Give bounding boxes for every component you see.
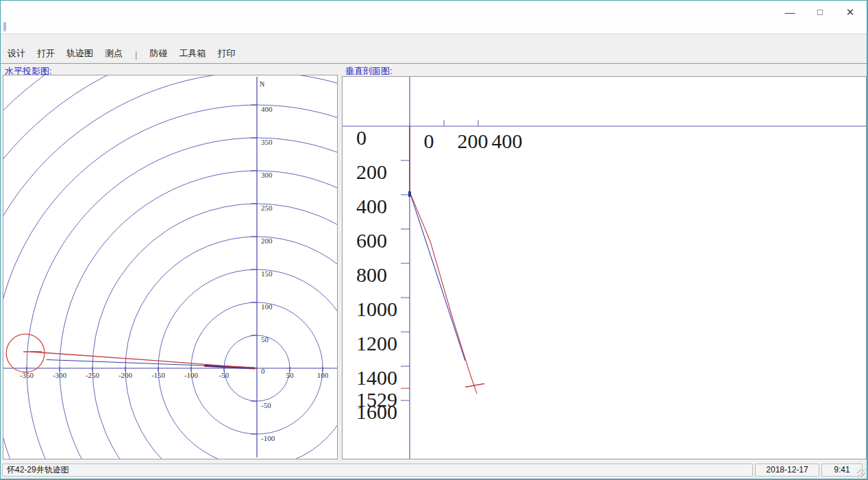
x-tick-label: -250 [86, 371, 100, 379]
app-icon [3, 22, 6, 32]
minimize-button[interactable]: — [775, 2, 805, 23]
y-tick-label: 300 [261, 171, 273, 179]
menu-item-1[interactable]: 打开 [37, 47, 55, 60]
range-circle-400 [3, 105, 337, 459]
y-tick-label: 350 [261, 138, 273, 146]
menu-separator: | [134, 49, 138, 60]
menu-item-5[interactable]: 防碰 [149, 47, 167, 60]
depth-label: 200 [356, 160, 387, 183]
x-tick-label: -200 [119, 371, 133, 379]
menu-item-2[interactable]: 轨迹图 [66, 47, 93, 60]
range-circle-250 [92, 204, 337, 459]
north-axis-label: N [260, 80, 264, 88]
vertical-section-plot[interactable]: 0200400020040060080010001200140016001529 [342, 76, 867, 459]
range-circle-450 [3, 75, 337, 459]
actual-path-vertical [410, 126, 477, 394]
horizontal-projection-canvas[interactable]: N-100-5050100150200250300350400-400-350-… [3, 75, 337, 459]
x-tick-label: 100 [317, 371, 329, 379]
resize-grip[interactable] [857, 469, 865, 477]
close-button[interactable]: ✕ [835, 2, 865, 23]
status-bar: 怀42-29井轨迹图 2018-12-17 9:41 [1, 462, 867, 479]
depth-label: 800 [356, 263, 387, 286]
status-well-title: 怀42-29井轨迹图 [2, 464, 753, 477]
offset-label: 400 [492, 130, 523, 152]
title-bar: — □ ✕ [1, 1, 867, 34]
x-tick-label: -50 [219, 371, 230, 379]
x-tick-label: -150 [151, 371, 166, 379]
menu-item-3[interactable]: 测点 [105, 47, 123, 60]
range-circle-150 [158, 269, 337, 459]
menu-bar: 设计打开轨迹图测点|防碰工具箱打印 [1, 34, 867, 63]
range-circle-350 [27, 138, 337, 459]
status-date: 2018-12-17 [755, 464, 819, 477]
horizontal-projection-plot[interactable]: N-100-5050100150200250300350400-400-350-… [3, 75, 338, 459]
menu-item-7[interactable]: 打印 [217, 47, 235, 60]
depth-label: 0 [356, 126, 367, 149]
depth-label: 1200 [356, 332, 397, 355]
maximize-button[interactable]: □ [805, 2, 835, 23]
menu-item-0[interactable]: 设计 [8, 47, 25, 60]
y-tick-label: 400 [261, 105, 273, 113]
y-tick-label: -100 [261, 434, 275, 442]
offset-label: 200 [458, 130, 488, 152]
origin-label: 0 [261, 367, 265, 375]
depth-label: 1400 [356, 366, 397, 389]
app-window: — □ ✕ 设计打开轨迹图测点|防碰工具箱打印 水平投影图: 垂直剖面图: N-… [0, 0, 868, 480]
depth-label: 1000 [356, 298, 397, 320]
y-tick-label: 100 [261, 302, 273, 311]
y-tick-label: 150 [261, 269, 273, 278]
y-tick-label: -50 [261, 401, 271, 409]
vertical-section-canvas[interactable]: 0200400020040060080010001200140016001529 [343, 77, 866, 459]
depth-label: 600 [356, 229, 387, 252]
actual-path-horizontal [31, 352, 257, 368]
offset-label: 0 [424, 130, 434, 152]
y-tick-label: 50 [261, 335, 269, 344]
td-depth-label: 1529 [356, 388, 397, 411]
menu-item-6[interactable]: 工具箱 [179, 47, 206, 60]
y-tick-label: 200 [261, 237, 273, 245]
range-circle-500 [3, 75, 337, 459]
y-tick-label: 250 [261, 204, 273, 212]
x-tick-label: -100 [184, 371, 199, 379]
target-circle [6, 334, 45, 372]
status-time: 9:41 [821, 464, 863, 477]
workspace: 水平投影图: 垂直剖面图: N-100-50501001502002503003… [1, 63, 867, 462]
design-path-vertical [410, 126, 465, 361]
x-tick-label: -300 [53, 371, 67, 379]
kickoff-marker [408, 191, 411, 197]
depth-label: 400 [356, 195, 387, 217]
range-circle-550 [3, 75, 337, 459]
x-tick-label: 50 [286, 371, 295, 379]
